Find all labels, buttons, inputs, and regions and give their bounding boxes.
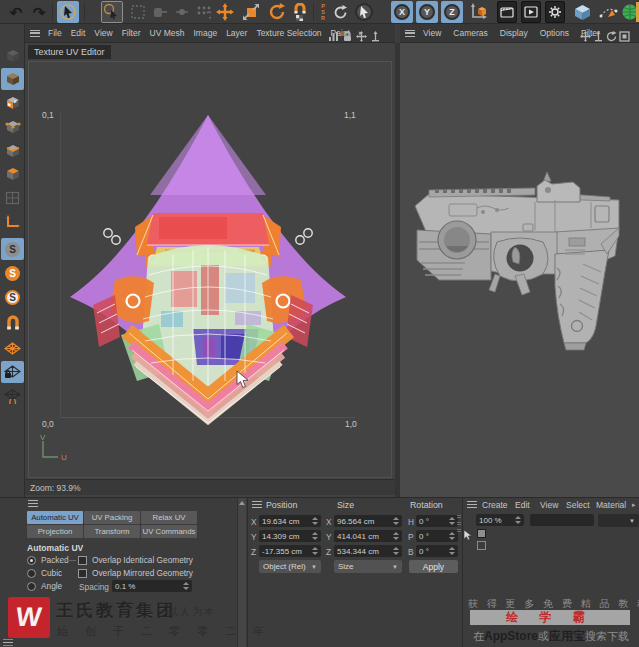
perspective-viewport[interactable] bbox=[400, 43, 639, 497]
tab-transform[interactable]: Transform bbox=[84, 525, 140, 538]
menu-view[interactable]: View bbox=[94, 28, 112, 38]
redo-icon[interactable]: ↷ bbox=[28, 1, 50, 23]
radio-angle[interactable]: Angle bbox=[27, 581, 62, 591]
selection-extra-icon[interactable] bbox=[192, 1, 214, 23]
material-filter-field[interactable] bbox=[530, 514, 594, 526]
lock-x-icon[interactable]: X bbox=[391, 1, 413, 23]
snap-white-icon[interactable]: S bbox=[1, 286, 24, 308]
coordinate-system-icon[interactable] bbox=[467, 1, 491, 23]
menu-icon[interactable] bbox=[28, 500, 38, 507]
size-z-field[interactable]: 534.344 cm bbox=[334, 545, 402, 557]
undo-icon[interactable]: ↶ bbox=[5, 1, 27, 23]
menu-edit[interactable]: Edit bbox=[71, 28, 86, 38]
point-mode-icon[interactable] bbox=[1, 116, 24, 138]
stepper[interactable] bbox=[311, 547, 318, 555]
lasso-selection-icon[interactable] bbox=[149, 1, 171, 23]
render-picture-viewer-icon[interactable] bbox=[521, 1, 541, 23]
spacing-stepper[interactable] bbox=[182, 582, 189, 590]
radio-cubic[interactable]: Cubic bbox=[27, 568, 62, 578]
texture-mode-icon[interactable] bbox=[1, 92, 24, 114]
spline-pen-icon[interactable] bbox=[597, 1, 619, 23]
mode-dropdown[interactable]: Object (Rel)▼ bbox=[259, 560, 321, 573]
uv-polygon-mode-icon[interactable] bbox=[1, 187, 24, 209]
menu-cameras[interactable]: Cameras bbox=[453, 28, 487, 38]
pos-z-field[interactable]: -17.355 cm bbox=[259, 545, 321, 557]
menu-filter[interactable]: Filter bbox=[122, 28, 141, 38]
tab-automatic-uv[interactable]: Automatic UV bbox=[27, 511, 83, 524]
stepper[interactable] bbox=[448, 547, 455, 555]
enable-axis-icon[interactable] bbox=[331, 1, 349, 23]
rot-h-field[interactable]: 0 ° bbox=[416, 515, 458, 527]
render-view-icon[interactable] bbox=[497, 1, 517, 23]
tab-relax-uv[interactable]: Relax UV bbox=[141, 511, 197, 524]
pick-cursor-icon[interactable] bbox=[463, 529, 475, 541]
psr-icon[interactable]: P S R bbox=[317, 1, 329, 23]
menu-edit[interactable]: Edit bbox=[515, 500, 530, 510]
menu-icon[interactable] bbox=[3, 639, 13, 646]
make-editable-icon[interactable] bbox=[1, 45, 24, 67]
move-icon[interactable] bbox=[214, 1, 236, 23]
rectangle-selection-icon[interactable] bbox=[127, 1, 149, 23]
menu-create[interactable]: Create bbox=[482, 500, 508, 510]
menu-view[interactable]: View bbox=[423, 28, 441, 38]
tab-uv-commands[interactable]: UV Commands bbox=[141, 525, 197, 538]
menu-uv-mesh[interactable]: UV Mesh bbox=[150, 28, 185, 38]
pos-y-field[interactable]: 14.309 cm bbox=[259, 530, 321, 542]
snap-off-icon[interactable]: S bbox=[1, 238, 24, 260]
primitive-cube-icon[interactable] bbox=[571, 1, 593, 23]
selection-tool-icon[interactable] bbox=[57, 1, 79, 23]
stepper[interactable] bbox=[392, 532, 399, 540]
model-mode-icon[interactable] bbox=[1, 68, 24, 90]
size-dropdown[interactable]: Size▼ bbox=[334, 560, 402, 573]
edge-mode-icon[interactable] bbox=[1, 140, 24, 162]
menu-material[interactable]: Material bbox=[596, 500, 626, 510]
stepper[interactable] bbox=[311, 532, 318, 540]
menu-select[interactable]: Select bbox=[566, 500, 590, 510]
size-y-field[interactable]: 414.041 cm bbox=[334, 530, 402, 542]
stepper[interactable] bbox=[448, 532, 455, 540]
menu-texture-selection[interactable]: Texture Selection bbox=[256, 28, 321, 38]
magnet-icon[interactable] bbox=[1, 312, 24, 334]
material-swatch-empty[interactable] bbox=[477, 541, 486, 550]
scale-icon[interactable] bbox=[240, 1, 262, 23]
size-x-field[interactable]: 96.564 cm bbox=[334, 515, 402, 527]
stepper[interactable] bbox=[514, 516, 521, 524]
checkbox-overlap-mirrored[interactable]: Overlap Mirrored Geometry bbox=[78, 568, 193, 578]
lock-z-icon[interactable]: Z bbox=[441, 1, 463, 23]
locked-workplane-icon[interactable]: ( ) bbox=[1, 385, 24, 407]
rot-b-field[interactable]: 0 ° bbox=[416, 545, 458, 557]
menu-icon[interactable] bbox=[405, 30, 415, 37]
menu-icon[interactable] bbox=[252, 501, 262, 508]
material-sort-dropdown[interactable]: ▼ bbox=[598, 514, 639, 527]
stepper[interactable] bbox=[392, 547, 399, 555]
menu-layer[interactable]: Layer bbox=[226, 28, 247, 38]
live-selection-icon[interactable] bbox=[101, 1, 123, 23]
menu-icon[interactable] bbox=[30, 30, 40, 37]
pos-x-field[interactable]: 19.634 cm bbox=[259, 515, 321, 527]
menu-view[interactable]: View bbox=[540, 500, 558, 510]
tab-uv-packing[interactable]: UV Packing bbox=[84, 511, 140, 524]
workplane-lock-icon[interactable] bbox=[1, 361, 24, 383]
polygon-selection-icon[interactable] bbox=[171, 1, 193, 23]
material-swatch[interactable] bbox=[477, 529, 486, 538]
last-used-tool-icon[interactable] bbox=[352, 1, 376, 23]
tab-projection[interactable]: Projection bbox=[27, 525, 83, 538]
checkbox-overlap-identical[interactable]: Overlap Identical Geometry bbox=[78, 555, 193, 565]
apply-button[interactable]: Apply bbox=[409, 560, 458, 573]
stepper[interactable] bbox=[392, 517, 399, 525]
menu-icon[interactable] bbox=[467, 501, 477, 508]
menu-image[interactable]: Image bbox=[194, 28, 218, 38]
menu-options[interactable]: Options bbox=[540, 28, 569, 38]
stepper[interactable] bbox=[448, 517, 455, 525]
lock-y-icon[interactable]: Y bbox=[416, 1, 438, 23]
menu-file[interactable]: File bbox=[48, 28, 62, 38]
polygon-mode-icon[interactable] bbox=[1, 163, 24, 185]
stepper[interactable] bbox=[311, 517, 318, 525]
menu-display[interactable]: Display bbox=[500, 28, 528, 38]
material-zoom-field[interactable]: 100 % bbox=[476, 514, 524, 526]
spacing-field[interactable]: 0.1 % bbox=[112, 580, 192, 592]
quantize-icon[interactable] bbox=[1, 337, 24, 359]
menu-more-arrow[interactable]: ▸ bbox=[632, 501, 636, 509]
rot-p-field[interactable]: 0 ° bbox=[416, 530, 458, 542]
snap-icon[interactable] bbox=[290, 1, 310, 23]
